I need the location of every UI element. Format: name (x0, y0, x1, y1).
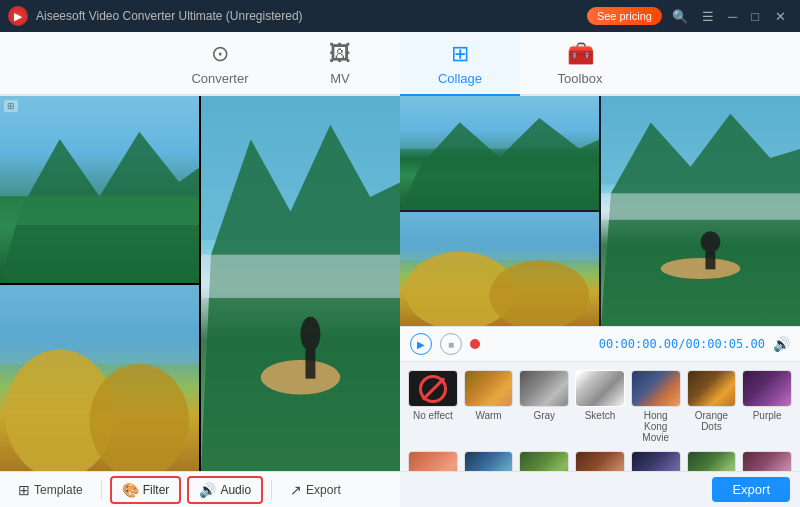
playback-time: 00:00:00.00/00:00:05.00 (488, 337, 765, 351)
filter-item-r2-7[interactable] (742, 451, 792, 471)
filter-item-warm[interactable]: Warm (464, 370, 514, 443)
search-icon[interactable]: 🔍 (668, 7, 692, 26)
filter-thumb-r2-2 (464, 451, 514, 471)
filter-thumb-r2-5 (631, 451, 681, 471)
play-button[interactable]: ▶ (410, 333, 432, 355)
filter-item-r2-3[interactable] (519, 451, 569, 471)
filter-item-no-effect[interactable]: No effect (408, 370, 458, 443)
filter-thumb-purple (742, 370, 792, 407)
filter-item-gray[interactable]: Gray (519, 370, 569, 443)
bottom-export-area: Export (400, 471, 800, 507)
filter-item-sketch[interactable]: Sketch (575, 370, 625, 443)
app-logo: ▶ (8, 6, 28, 26)
filter-item-r2-4[interactable] (575, 451, 625, 471)
filter-thumb-no-effect (408, 370, 458, 407)
svg-rect-8 (201, 255, 400, 298)
filter-thumb-r2-3 (519, 451, 569, 471)
playback-bar: ▶ ■ 00:00:00.00/00:00:05.00 🔊 (400, 326, 800, 362)
no-effect-circle (419, 375, 447, 403)
main-area: ⊞ (0, 96, 800, 507)
minimize-icon[interactable]: ─ (724, 7, 741, 26)
template-button[interactable]: ⊞ Template (8, 478, 93, 502)
close-icon[interactable]: ✕ (769, 7, 792, 26)
export-toolbar-label: Export (306, 483, 341, 497)
filter-item-r2-6[interactable] (687, 451, 737, 471)
collage-preview-grid: ⊞ (0, 96, 400, 471)
filter-item-orange-dots[interactable]: Orange Dots (687, 370, 737, 443)
svg-rect-2 (0, 196, 199, 225)
tab-collage[interactable]: ⊞ Collage (400, 32, 520, 96)
converter-icon: ⊙ (211, 41, 229, 67)
filter-label-warm: Warm (475, 410, 501, 421)
tab-mv-label: MV (330, 71, 350, 86)
filter-icon: 🎨 (122, 482, 139, 498)
filter-item-r2-5[interactable] (631, 451, 681, 471)
collage-cell-top-left[interactable]: ⊞ (0, 96, 199, 283)
svg-point-21 (701, 231, 721, 252)
filter-thumb-r2-6 (687, 451, 737, 471)
filter-label-gray: Gray (533, 410, 555, 421)
export-toolbar-button[interactable]: ↗ Export (280, 478, 351, 502)
svg-rect-3 (0, 285, 199, 364)
left-panel: ⊞ (0, 96, 400, 507)
tab-converter-label: Converter (191, 71, 248, 86)
template-label: Template (34, 483, 83, 497)
tab-mv[interactable]: 🖼 MV (280, 32, 400, 96)
filter-item-purple[interactable]: Purple (742, 370, 792, 443)
filter-item-hong-kong[interactable]: Hong Kong Movie (631, 370, 681, 443)
export-icon: ↗ (290, 482, 302, 498)
svg-point-20 (661, 258, 741, 279)
filter-row-1: No effect Warm Gray Sketch Hong Kong Mov… (408, 370, 792, 443)
filter-thumb-r2-1 (408, 451, 458, 471)
filter-button[interactable]: 🎨 Filter (110, 476, 182, 504)
filter-label-no-effect: No effect (413, 410, 453, 421)
stop-button[interactable]: ■ (440, 333, 462, 355)
template-icon: ⊞ (18, 482, 30, 498)
svg-rect-12 (400, 96, 599, 149)
audio-button[interactable]: 🔊 Audio (187, 476, 263, 504)
filter-item-r2-1[interactable] (408, 451, 458, 471)
maximize-icon[interactable]: □ (747, 7, 763, 26)
right-preview-grid (400, 96, 800, 326)
app-title: Aiseesoft Video Converter Ultimate (Unre… (36, 9, 587, 23)
filter-label: Filter (143, 483, 170, 497)
filter-grid-area: No effect Warm Gray Sketch Hong Kong Mov… (400, 362, 800, 471)
volume-icon[interactable]: 🔊 (773, 336, 790, 352)
filter-thumb-hong-kong (631, 370, 681, 407)
export-main-button[interactable]: Export (712, 477, 790, 502)
filter-thumb-orange-dots (687, 370, 737, 407)
collage-toolbar: ⊞ Template 🎨 Filter 🔊 Audio ↗ Export (0, 471, 400, 507)
svg-point-9 (261, 360, 341, 395)
svg-rect-14 (400, 212, 599, 260)
collage-cell-main-right[interactable] (201, 96, 400, 471)
title-bar-actions: See pricing 🔍 ☰ ─ □ ✕ (587, 7, 792, 26)
audio-icon: 🔊 (199, 482, 216, 498)
see-pricing-button[interactable]: See pricing (587, 7, 662, 25)
filter-row-2 (408, 451, 792, 471)
menu-icon[interactable]: ☰ (698, 7, 718, 26)
tab-converter[interactable]: ⊙ Converter (160, 32, 280, 96)
audio-label: Audio (220, 483, 251, 497)
right-cell-top-left[interactable] (400, 96, 599, 210)
right-cell-bottom-left[interactable] (400, 212, 599, 326)
collage-icon: ⊞ (451, 41, 469, 67)
filter-label-hong-kong: Hong Kong Movie (631, 410, 681, 443)
filter-thumb-warm (464, 370, 514, 407)
svg-rect-11 (305, 350, 315, 379)
filter-item-r2-2[interactable] (464, 451, 514, 471)
filter-label-purple: Purple (753, 410, 782, 421)
svg-point-10 (301, 317, 321, 352)
svg-rect-19 (601, 193, 800, 220)
right-cell-main[interactable] (601, 96, 800, 326)
tab-toolbox-label: Toolbox (558, 71, 603, 86)
filter-thumb-r2-7 (742, 451, 792, 471)
nav-bar: ⊙ Converter 🖼 MV ⊞ Collage 🧰 Toolbox (0, 32, 800, 96)
filter-thumb-gray (519, 370, 569, 407)
tab-toolbox[interactable]: 🧰 Toolbox (520, 32, 640, 96)
tab-collage-label: Collage (438, 71, 482, 86)
svg-rect-22 (705, 252, 715, 270)
mv-icon: 🖼 (329, 41, 351, 67)
right-panel: ▶ ■ 00:00:00.00/00:00:05.00 🔊 No effect … (400, 96, 800, 507)
collage-cell-bottom-left[interactable] (0, 285, 199, 472)
toolbar-separator-2 (271, 480, 272, 500)
